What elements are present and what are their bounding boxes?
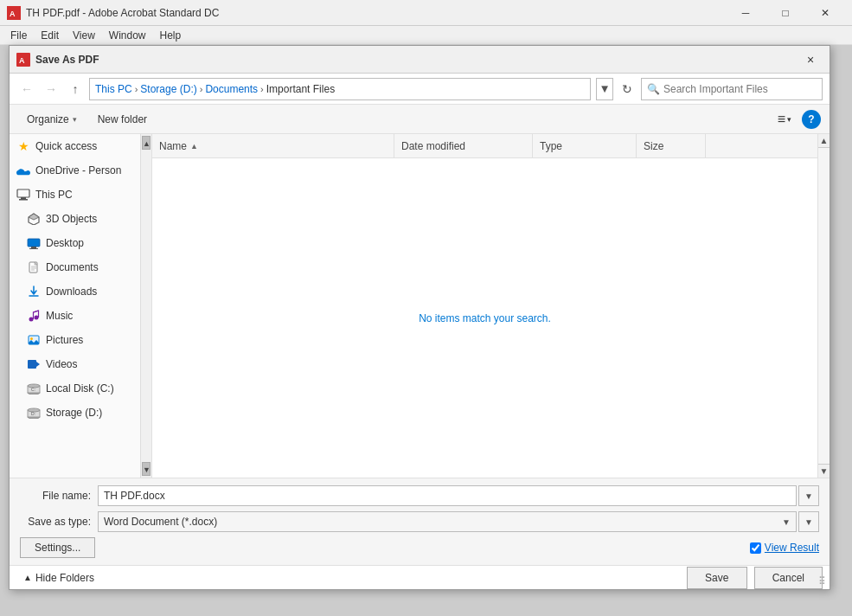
save-as-type-dropdown[interactable]: Word Document (*.docx) ▼ xyxy=(98,511,797,532)
sidebar-item-videos[interactable]: Videos xyxy=(10,352,151,376)
save-button[interactable]: Save xyxy=(687,567,747,589)
file-content-area: No items match your search. xyxy=(152,158,817,478)
menu-file[interactable]: File xyxy=(3,28,34,43)
svg-text:A: A xyxy=(10,10,16,18)
svg-rect-5 xyxy=(21,197,26,199)
sort-arrow-icon: ▲ xyxy=(190,142,198,151)
sidebar-label-music: Music xyxy=(46,310,73,322)
hide-folders-button[interactable]: ▲ Hide Folders xyxy=(16,572,101,584)
sidebar-item-3d-objects[interactable]: 3D Objects xyxy=(10,207,151,231)
svg-point-17 xyxy=(29,318,34,322)
cancel-button[interactable]: Cancel xyxy=(754,567,823,589)
local-disk-c-icon: C: xyxy=(27,382,41,395)
view-result-label[interactable]: View Result xyxy=(765,542,819,554)
organize-button[interactable]: Organize ▾ xyxy=(18,111,86,128)
sidebar-item-quick-access[interactable]: ★ Quick access xyxy=(10,134,151,158)
search-icon: 🔍 xyxy=(647,83,660,95)
address-bar: ← → ↑ This PC › Storage (D:) › Documents… xyxy=(10,74,830,105)
svg-point-21 xyxy=(30,337,33,340)
help-button[interactable]: ? xyxy=(802,110,821,129)
maximize-button[interactable]: □ xyxy=(766,0,805,26)
menu-window[interactable]: Window xyxy=(102,28,153,43)
file-area: Name ▲ Date modified Type Size No ite xyxy=(152,134,817,478)
new-folder-label: New folder xyxy=(98,113,147,125)
star-icon: ★ xyxy=(16,139,30,153)
sidebar-item-onedrive[interactable]: OneDrive - Person xyxy=(10,158,151,183)
breadcrumb-storage[interactable]: Storage (D:) xyxy=(140,83,196,95)
breadcrumb-documents[interactable]: Documents xyxy=(205,83,258,95)
refresh-button[interactable]: ↻ xyxy=(617,79,637,99)
sidebar-item-music[interactable]: Music xyxy=(10,304,151,328)
menu-bar: File Edit View Window Help xyxy=(0,26,852,45)
menu-help[interactable]: Help xyxy=(153,28,189,43)
sidebar-scrollbar[interactable]: ▲ ▼ xyxy=(140,134,151,478)
svg-point-18 xyxy=(35,316,39,320)
main-area: ★ Quick access OneDrive - Person xyxy=(10,134,830,478)
column-type[interactable]: Type xyxy=(533,134,637,157)
sidebar-item-documents[interactable]: Documents xyxy=(10,255,151,279)
organize-label: Organize xyxy=(27,113,69,125)
menu-view[interactable]: View xyxy=(66,28,102,43)
sidebar-item-storage-d[interactable]: D: Storage (D:) xyxy=(10,401,151,425)
file-header: Name ▲ Date modified Type Size xyxy=(152,134,817,158)
file-area-scrollbar[interactable]: ▲ ▼ xyxy=(817,134,830,478)
organize-caret-icon: ▾ xyxy=(73,115,77,124)
dialog-close-button[interactable]: × xyxy=(798,49,823,70)
resize-handle[interactable]: ⠿ xyxy=(818,575,826,587)
save-as-type-label: Save as type: xyxy=(20,516,98,528)
view-button[interactable]: ≡ ▾ xyxy=(772,109,797,130)
dialog-title: Save As PDF xyxy=(35,54,798,66)
column-date-modified[interactable]: Date modified xyxy=(394,134,533,157)
app-close-button[interactable]: ✕ xyxy=(805,0,845,26)
bottom-status-bar: ▲ Hide Folders Save Cancel xyxy=(10,565,830,589)
sidebar-label-videos: Videos xyxy=(46,358,77,370)
column-name[interactable]: Name ▲ xyxy=(152,134,394,157)
search-input[interactable] xyxy=(663,83,817,95)
svg-rect-11 xyxy=(29,248,38,249)
save-type-dropdown-button[interactable]: ▼ xyxy=(798,511,819,532)
sidebar-item-downloads[interactable]: Downloads xyxy=(10,279,151,304)
breadcrumb-bar: This PC › Storage (D:) › Documents › Imp… xyxy=(89,78,591,100)
sidebar-scroll-down[interactable]: ▼ xyxy=(142,462,151,476)
downloads-icon xyxy=(27,285,41,298)
new-folder-button[interactable]: New folder xyxy=(89,111,156,128)
save-type-caret-icon: ▼ xyxy=(782,517,791,527)
file-name-input[interactable] xyxy=(98,485,797,506)
up-button[interactable]: ↑ xyxy=(65,79,86,99)
sidebar-item-pictures[interactable]: Pictures xyxy=(10,328,151,352)
pictures-icon xyxy=(27,333,41,347)
file-scroll-up-button[interactable]: ▲ xyxy=(818,134,830,148)
onedrive-icon xyxy=(16,164,30,177)
column-size[interactable]: Size xyxy=(637,134,706,157)
sidebar-item-this-pc[interactable]: This PC xyxy=(10,183,151,207)
sidebar-item-local-disk-c[interactable]: C: Local Disk (C:) xyxy=(10,376,151,401)
back-button[interactable]: ← xyxy=(16,79,37,99)
settings-button[interactable]: Settings... xyxy=(20,537,95,558)
forward-button[interactable]: → xyxy=(41,79,61,99)
save-as-type-value: Word Document (*.docx) xyxy=(104,516,217,528)
command-bar: Organize ▾ New folder ≡ ▾ ? xyxy=(10,105,830,134)
file-name-dropdown-button[interactable]: ▼ xyxy=(798,485,819,506)
sidebar-item-desktop[interactable]: Desktop xyxy=(10,231,151,255)
breadcrumb-dropdown-button[interactable]: ▼ xyxy=(596,78,613,100)
sidebar-label-quick-access: Quick access xyxy=(35,140,97,152)
file-scroll-down-button[interactable]: ▼ xyxy=(818,464,830,478)
desktop-icon xyxy=(27,236,41,250)
sidebar-label-local-disk-c: Local Disk (C:) xyxy=(46,382,114,395)
svg-rect-4 xyxy=(17,189,29,197)
view-result-row: View Result xyxy=(750,542,819,554)
app-title: TH PDF.pdf - Adobe Acrobat Standard DC xyxy=(26,7,726,19)
search-box: 🔍 xyxy=(641,78,823,100)
view-result-checkbox[interactable] xyxy=(750,542,761,554)
menu-edit[interactable]: Edit xyxy=(34,28,66,43)
breadcrumb-this-pc[interactable]: This PC xyxy=(95,83,132,95)
minimize-button[interactable]: ─ xyxy=(726,0,766,26)
sidebar-label-downloads: Downloads xyxy=(46,286,97,298)
sidebar-label-pictures: Pictures xyxy=(46,334,83,346)
file-name-row: File name: ▼ xyxy=(20,485,819,506)
dialog-title-bar: A Save As PDF × xyxy=(10,46,830,74)
bottom-actions: Settings... View Result xyxy=(20,537,819,558)
sidebar-label-onedrive: OneDrive - Person xyxy=(35,164,121,176)
sidebar-scroll-up[interactable]: ▲ xyxy=(142,136,151,150)
file-name-dropdown-icon: ▼ xyxy=(804,491,813,501)
